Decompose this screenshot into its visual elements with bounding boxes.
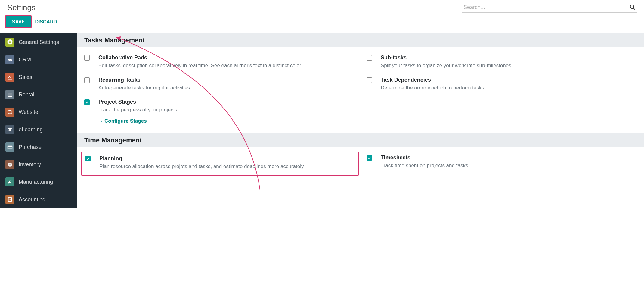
setting-checkbox[interactable] <box>367 155 372 161</box>
section-header: Time Management <box>77 133 644 147</box>
setting-title: Timesheets <box>381 155 637 161</box>
sidebar-item-inventory[interactable]: Inventory <box>0 156 77 173</box>
sidebar-item-label: Sales <box>19 74 32 80</box>
svg-line-1 <box>633 8 635 10</box>
setting-checkbox[interactable] <box>367 77 372 83</box>
sidebar-item-website[interactable]: Website <box>0 103 77 121</box>
sidebar-item-label: Purchase <box>19 144 42 150</box>
setting-checkbox[interactable] <box>84 99 90 105</box>
search-icon[interactable] <box>630 4 636 10</box>
setting-checkbox[interactable] <box>85 156 91 161</box>
setting-description: Track time spent on projects and tasks <box>381 162 637 170</box>
invoice-icon: $ <box>5 195 14 204</box>
setting-checkbox[interactable] <box>367 55 372 61</box>
svg-rect-3 <box>8 93 12 97</box>
graduation-icon <box>5 125 14 134</box>
setting-divider <box>95 156 95 170</box>
svg-text:$: $ <box>9 198 11 201</box>
configure-stages-link[interactable]: Configure Stages <box>98 118 147 124</box>
sidebar-item-purchase[interactable]: Purchase <box>0 138 77 156</box>
sidebar-item-elearning[interactable]: eLearning <box>0 121 77 138</box>
setting-divider <box>94 77 94 91</box>
setting-description: Track the progress of your projects <box>98 106 355 114</box>
section-header: Tasks Management <box>77 33 644 47</box>
setting-divider <box>376 77 376 91</box>
sidebar-item-crm[interactable]: CRM <box>0 51 77 68</box>
setting-checkbox[interactable] <box>84 55 90 61</box>
sidebar-item-label: Website <box>19 109 38 115</box>
sidebar-item-label: eLearning <box>19 127 43 133</box>
globe-icon <box>5 108 14 117</box>
search-input[interactable] <box>462 2 637 13</box>
handshake-icon <box>5 55 14 64</box>
sidebar-item-manufacturing[interactable]: Manufacturing <box>0 173 77 191</box>
setting-timesheets: TimesheetsTrack time spent on projects a… <box>367 155 637 171</box>
sidebar-item-label: Rental <box>19 92 34 98</box>
sidebar-item-label: General Settings <box>19 39 59 45</box>
setting-divider <box>376 155 376 171</box>
setting-title: Recurring Tasks <box>98 77 355 83</box>
setting-description: Split your tasks to organize your work i… <box>381 62 637 70</box>
setting-title: Collaborative Pads <box>98 55 355 61</box>
setting-description: Auto-generate tasks for regular activiti… <box>98 84 355 92</box>
sidebar-item-label: CRM <box>19 57 31 63</box>
svg-rect-10 <box>8 146 12 149</box>
setting-description: Edit tasks' description collaboratively … <box>98 62 355 70</box>
setting-divider <box>376 55 376 69</box>
setting-task-dependencies: Task DependenciesDetermine the order in … <box>367 77 637 92</box>
setting-recurring-tasks: Recurring TasksAuto-generate tasks for r… <box>84 77 355 92</box>
main-settings-panel: Tasks ManagementCollaborative PadsEdit t… <box>77 33 644 208</box>
sidebar-item-general-settings[interactable]: General Settings <box>0 33 77 51</box>
discard-button[interactable]: Discard <box>35 19 57 25</box>
svg-point-0 <box>630 5 634 9</box>
sidebar-item-rental[interactable]: Rental <box>0 86 77 103</box>
setting-checkbox[interactable] <box>84 77 90 83</box>
setting-project-stages: Project StagesTrack the progress of your… <box>84 99 355 124</box>
sidebar-item-label: Manufacturing <box>19 179 53 185</box>
setting-description: Plan resource allocation across projets … <box>99 163 354 171</box>
setting-divider <box>94 55 94 69</box>
wrench-icon <box>5 177 14 186</box>
creditcard-icon <box>5 142 14 152</box>
sidebar-item-label: Accounting <box>19 196 45 203</box>
save-button[interactable]: Save <box>6 16 31 28</box>
sidebar-item-sales[interactable]: Sales <box>0 68 77 86</box>
calendar-icon <box>5 90 14 99</box>
setting-title: Task Dependencies <box>381 77 637 83</box>
gear-icon <box>5 38 14 47</box>
setting-sub-tasks: Sub-tasksSplit your tasks to organize yo… <box>367 55 637 70</box>
sidebar-item-accounting[interactable]: $Accounting <box>0 191 77 208</box>
planning-highlight-annotation: PlanningPlan resource allocation across … <box>81 152 359 176</box>
setting-title: Project Stages <box>98 99 355 105</box>
setting-title: Sub-tasks <box>381 55 637 61</box>
setting-title: Planning <box>99 155 354 162</box>
setting-collaborative-pads: Collaborative PadsEdit tasks' descriptio… <box>84 55 355 70</box>
sidebar: General SettingsCRMSalesRentalWebsiteeLe… <box>0 33 77 208</box>
box-icon <box>5 160 14 169</box>
setting-description: Determine the order in which to perform … <box>381 84 637 92</box>
chart-line-icon <box>5 73 14 82</box>
arrow-right-icon <box>98 119 103 123</box>
page-title: Settings <box>7 3 36 12</box>
setting-planning: PlanningPlan resource allocation across … <box>84 155 355 171</box>
setting-divider <box>94 99 94 124</box>
sidebar-item-label: Inventory <box>19 161 41 168</box>
